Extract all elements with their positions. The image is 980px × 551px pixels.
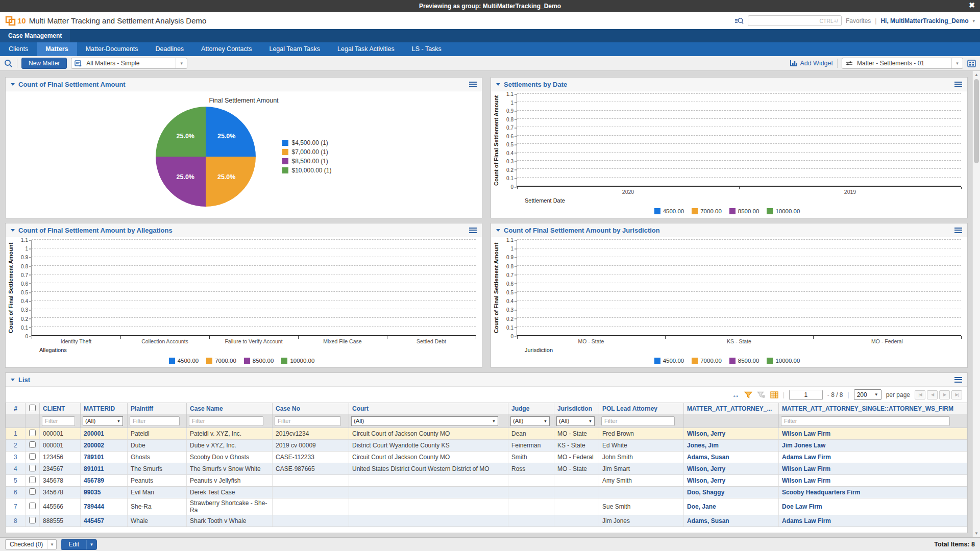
close-icon[interactable]: ✖ bbox=[969, 1, 975, 9]
cell-attorney[interactable]: Doo, Shaggy bbox=[684, 487, 779, 498]
column-header-client[interactable]: CLIENT bbox=[40, 403, 81, 414]
cell-matterid[interactable]: 99035 bbox=[81, 487, 128, 498]
new-matter-button[interactable]: New Matter bbox=[21, 58, 67, 69]
column-header-judge[interactable]: Judge bbox=[508, 403, 554, 414]
nav-item-matter-documents[interactable]: Matter-Documents bbox=[77, 42, 147, 56]
cell-firm[interactable]: Jim Jones Law bbox=[779, 440, 967, 452]
nav-item-deadlines[interactable]: Deadlines bbox=[147, 42, 193, 56]
cell-matterid[interactable]: 456789 bbox=[81, 475, 128, 487]
collapse-icon[interactable] bbox=[496, 229, 500, 232]
first-page-button[interactable]: |◀ bbox=[915, 390, 925, 399]
widget-menu-icon[interactable] bbox=[954, 80, 962, 88]
collapse-icon[interactable] bbox=[11, 379, 15, 381]
vertical-scrollbar[interactable]: ▲ ▼ bbox=[972, 71, 980, 537]
column-header-checkbox[interactable] bbox=[26, 403, 40, 414]
grid-view-icon[interactable] bbox=[770, 391, 778, 398]
filter-input[interactable] bbox=[601, 416, 675, 426]
nav-item-legal-task-activities[interactable]: Legal Task Activities bbox=[329, 42, 403, 56]
dashboard-layout-icon[interactable] bbox=[967, 60, 976, 67]
nav-item-attorney-contacts[interactable]: Attorney Contacts bbox=[192, 42, 260, 56]
filter-select[interactable]: (All)▼ bbox=[83, 416, 123, 426]
collapse-icon[interactable] bbox=[11, 229, 15, 232]
cell-firm[interactable]: Wilson Law Firm bbox=[779, 475, 967, 487]
filter-icon[interactable] bbox=[744, 391, 752, 398]
cell-firm[interactable]: Adams Law Firm bbox=[779, 452, 967, 463]
table-row[interactable]: 5345678456789PeanutsPeanuts v JellyfishA… bbox=[6, 475, 967, 487]
row-checkbox[interactable] bbox=[29, 503, 36, 509]
table-row[interactable]: 3123456789101GhostsScooby Doo v GhostsCA… bbox=[6, 452, 967, 463]
column-header-pol-lead-attorney[interactable]: POL Lead Attorney bbox=[599, 403, 684, 414]
cell-attorney[interactable]: Adams, Susan bbox=[684, 515, 779, 527]
clear-filter-icon[interactable] bbox=[757, 391, 766, 398]
filter-input[interactable] bbox=[275, 416, 341, 426]
cell-matterid[interactable]: 445457 bbox=[81, 515, 128, 527]
cell-matterid[interactable]: 891011 bbox=[81, 463, 128, 475]
prev-page-button[interactable]: ◀ bbox=[927, 390, 938, 399]
row-checkbox[interactable] bbox=[29, 453, 36, 460]
select-all-checkbox[interactable] bbox=[29, 405, 36, 411]
filter-select[interactable]: (All)▼ bbox=[556, 416, 595, 426]
cell-attorney[interactable]: Wilson, Jerry bbox=[684, 428, 779, 440]
cell-firm[interactable]: Wilson Law Firm bbox=[779, 463, 967, 475]
column-header-matterid[interactable]: MATTERID bbox=[81, 403, 128, 414]
user-menu[interactable]: Hi, MultiMatterTracking_Demo bbox=[880, 17, 968, 24]
nav-item-legal-team-tasks[interactable]: Legal Team Tasks bbox=[260, 42, 329, 56]
next-page-button[interactable]: ▶ bbox=[939, 390, 950, 399]
cell-attorney[interactable]: Adams, Susan bbox=[684, 452, 779, 463]
column-header-case-name[interactable]: Case Name bbox=[187, 403, 273, 414]
column-header-case-no[interactable]: Case No bbox=[273, 403, 349, 414]
cell-attorney[interactable]: Jones, Jim bbox=[684, 440, 779, 452]
chevron-down-icon[interactable]: ▾ bbox=[951, 58, 963, 68]
nav-item-matters[interactable]: Matters bbox=[37, 42, 77, 56]
nav-item-ls-tasks[interactable]: LS - Tasks bbox=[403, 42, 450, 56]
column-header-matter-att-attorney-single-attorney-ws-firm[interactable]: MATTER_ATT_ATTORNEY_SINGLE::ATTORNEY_WS_… bbox=[779, 403, 967, 414]
cell-attorney[interactable]: Wilson, Jerry bbox=[684, 475, 779, 487]
cell-firm[interactable]: Scooby Headquarters Firm bbox=[779, 487, 967, 498]
filter-input[interactable] bbox=[130, 416, 180, 426]
search-icon[interactable] bbox=[734, 17, 744, 25]
scroll-up-icon[interactable]: ▲ bbox=[973, 71, 980, 79]
row-checkbox[interactable] bbox=[29, 477, 36, 483]
edit-button[interactable]: Edit ▼ bbox=[61, 539, 97, 550]
view-selector[interactable]: All Matters - Simple ▾ bbox=[71, 58, 187, 69]
cell-firm[interactable]: Wilson Law Firm bbox=[779, 428, 967, 440]
table-row[interactable]: 7445566789444She-RaStrawberry Shortcake … bbox=[6, 498, 967, 515]
chevron-down-icon[interactable]: ▾ bbox=[972, 18, 975, 23]
table-row[interactable]: 1000001200001PateidlPateidl v. XYZ, Inc.… bbox=[6, 428, 967, 440]
resize-columns-icon[interactable]: ↔ bbox=[732, 390, 740, 399]
global-search-field[interactable]: CTRL+/ bbox=[748, 15, 842, 26]
chevron-down-icon[interactable]: ▾ bbox=[176, 58, 187, 68]
tab-case-management[interactable]: Case Management bbox=[0, 29, 70, 42]
row-checkbox[interactable] bbox=[29, 465, 36, 471]
per-page-select[interactable]: 200 ▼ bbox=[854, 389, 881, 400]
table-row[interactable]: 2000001200002DubeDube v XYZ, Inc.2019 cv… bbox=[6, 440, 967, 452]
dashboard-selector[interactable]: Matter - Settlements - 01 ▾ bbox=[842, 58, 963, 69]
filter-select[interactable]: (All)▼ bbox=[510, 416, 550, 426]
table-row[interactable]: 4234567891011The SmurfsThe Smurfs v Snow… bbox=[6, 463, 967, 475]
table-row[interactable]: 8888555445457WhaleShark Tooth v WhaleJim… bbox=[6, 515, 967, 527]
filter-select[interactable]: (All)▼ bbox=[351, 416, 498, 426]
row-checkbox[interactable] bbox=[29, 430, 36, 436]
filter-input[interactable] bbox=[42, 416, 75, 426]
widget-menu-icon[interactable] bbox=[469, 226, 477, 234]
table-row[interactable]: 634567899035Evil ManDerek Test CaseDoo, … bbox=[6, 487, 967, 498]
filter-input[interactable] bbox=[781, 416, 950, 426]
widget-menu-icon[interactable] bbox=[954, 226, 962, 234]
row-checkbox[interactable] bbox=[29, 488, 36, 495]
collapse-icon[interactable] bbox=[11, 83, 15, 86]
row-checkbox[interactable] bbox=[29, 441, 36, 448]
add-widget-button[interactable]: Add Widget bbox=[790, 60, 833, 67]
cell-matterid[interactable]: 789444 bbox=[81, 498, 128, 515]
record-search-icon[interactable] bbox=[4, 59, 13, 68]
cell-attorney[interactable]: Wilson, Jerry bbox=[684, 463, 779, 475]
column-header-plaintiff[interactable]: Plaintiff bbox=[128, 403, 187, 414]
cell-matterid[interactable]: 789101 bbox=[81, 452, 128, 463]
scrollbar-thumb[interactable] bbox=[974, 79, 979, 163]
checked-selector[interactable]: Checked (0) ▼ bbox=[5, 539, 57, 549]
row-checkbox[interactable] bbox=[29, 517, 36, 523]
cell-matterid[interactable]: 200002 bbox=[81, 440, 128, 452]
cell-firm[interactable]: Adams Law Firm bbox=[779, 515, 967, 527]
collapse-icon[interactable] bbox=[496, 83, 500, 86]
scroll-down-icon[interactable]: ▼ bbox=[973, 530, 980, 537]
column-header-jurisdiction[interactable]: Jurisdiction bbox=[554, 403, 599, 414]
